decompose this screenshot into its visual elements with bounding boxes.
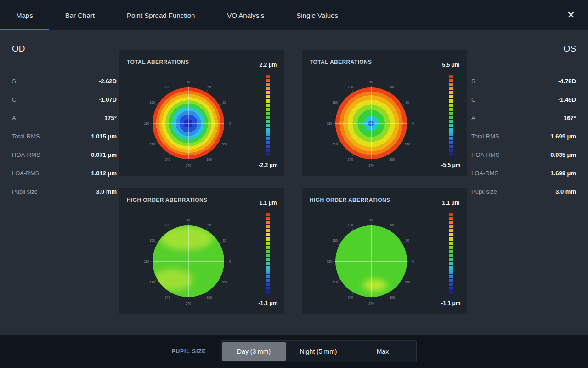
svg-text:180: 180 [327,122,332,125]
svg-text:0: 0 [229,260,231,263]
os-eye-title: OS [471,43,576,54]
stat-label: Pupil size [471,188,497,195]
svg-text:270: 270 [368,302,374,305]
tab-vo-analysis[interactable]: VO Analysis [211,0,280,30]
tab-strip: Maps Bar Chart Point Spread Function VO … [0,0,354,30]
stat-label: LOA-RMS [12,170,39,177]
stat-label: Total-RMS [12,133,40,140]
stat-value: 3.0 mm [96,188,117,195]
stat-value: -1.07D [99,96,117,103]
svg-text:330: 330 [405,281,410,284]
pupil-option-max[interactable]: Max [351,342,415,361]
scale-max-label: 1.1 μm [259,200,277,206]
map-title: HIGH ORDER ABERRATIONS [310,197,390,203]
svg-text:30: 30 [223,239,226,242]
svg-text:240: 240 [165,296,170,299]
scale-max-label: 1.1 μm [442,200,459,206]
scale-max-label: 5.5 μm [442,62,459,68]
stat-value: 1.015 μm [91,133,117,140]
tab-maps[interactable]: Maps [0,0,49,30]
svg-text:150: 150 [149,239,155,242]
od-eye-title: OD [12,43,117,54]
svg-text:30: 30 [406,239,409,242]
close-icon[interactable]: ✕ [561,6,581,25]
svg-text:240: 240 [165,158,170,161]
tab-bar-chart[interactable]: Bar Chart [49,0,111,30]
svg-text:120: 120 [348,224,353,227]
od-stat-hoa-rms: HOA-RMS 0.071 μm [12,145,117,164]
od-hoa-scale-column: 1.1 μm -1.1 μm [252,188,284,314]
svg-text:270: 270 [186,164,191,167]
stat-value: 175° [104,115,117,121]
tab-vo-analysis-label: VO Analysis [227,12,264,19]
os-high-order-aberrations-map: 0306090120150180210240270300330 [302,188,435,314]
svg-text:120: 120 [348,86,353,89]
stat-value: 1.699 μm [550,133,576,140]
svg-text:270: 270 [186,302,191,305]
os-stat-loa-rms: LOA-RMS 1.699 μm [471,164,576,182]
svg-text:180: 180 [144,122,149,125]
wavefront-analysis-window: Maps Bar Chart Point Spread Function VO … [0,0,588,368]
stat-label: HOA-RMS [471,151,499,158]
od-stat-pupil-size: Pupil size 3.0 mm [12,182,117,201]
panel-os: TOTAL ABERRATIONS [294,30,588,335]
svg-text:120: 120 [165,86,170,89]
tab-single-values[interactable]: Single Values [280,0,354,30]
svg-text:60: 60 [390,224,394,227]
os-high-order-aberrations-card: HIGH ORDER ABERRATIONS 03060901201501802… [302,188,467,314]
scale-min-label: -2.2 μm [258,162,277,168]
stat-value: 0.071 μm [91,151,117,158]
svg-text:300: 300 [207,158,212,161]
tab-psf-label: Point Spread Function [127,12,195,19]
os-stat-s: S -4.78D [471,72,576,90]
tab-point-spread-function[interactable]: Point Spread Function [111,0,211,30]
map-title: TOTAL ABERRATIONS [127,59,189,65]
stat-label: HOA-RMS [12,151,40,158]
pupil-option-day[interactable]: Day (3 mm) [222,342,286,361]
svg-text:300: 300 [207,296,212,299]
os-total-map-area: TOTAL ABERRATIONS [302,50,435,176]
stat-value: 1.012 μm [91,170,117,177]
color-scale-bar [266,213,270,294]
svg-text:240: 240 [348,158,353,161]
od-total-scale-column: 2.2 μm -2.2 μm [252,50,284,176]
svg-text:300: 300 [390,296,395,299]
svg-text:330: 330 [405,143,410,146]
svg-text:210: 210 [149,143,155,146]
pupil-size-bar: PUPIL SIZE Day (3 mm) Night (5 mm) Max [0,335,588,368]
svg-text:270: 270 [368,164,374,167]
os-total-scale-column: 5.5 μm -5.5 μm [435,50,467,176]
stat-label: LOA-RMS [471,170,498,177]
svg-text:120: 120 [165,224,170,227]
tab-maps-label: Maps [16,12,33,19]
stat-value: -2.62D [99,78,117,85]
scale-min-label: -1.1 μm [441,300,460,306]
pupil-size-label: PUPIL SIZE [171,348,206,355]
od-high-order-aberrations-card: HIGH ORDER ABERRATIONS 03060901201501802… [119,188,284,314]
svg-text:90: 90 [187,218,190,221]
svg-text:180: 180 [327,260,332,263]
od-total-map-area: TOTAL ABERRATIONS [119,50,252,176]
os-stat-hoa-rms: HOA-RMS 0.035 μm [471,145,576,164]
stat-value: 3.0 mm [555,188,576,195]
svg-text:30: 30 [223,101,226,104]
tab-single-values-label: Single Values [296,12,338,19]
svg-text:150: 150 [149,101,155,104]
od-hoa-map-area: HIGH ORDER ABERRATIONS 03060901201501802… [119,188,252,314]
od-stats-block: OD S -2.62D C -1.07D A 175° Total-RMS 1.… [12,43,117,201]
os-stats-block: OS S -4.78D C -1.45D A 167° Total-RMS 1.… [471,43,576,201]
os-total-aberrations-card: TOTAL ABERRATIONS [302,50,467,176]
tab-bar-chart-label: Bar Chart [65,12,95,19]
od-stat-loa-rms: LOA-RMS 1.012 μm [12,164,117,182]
od-stat-a: A 175° [12,109,117,127]
stat-label: C [12,96,16,103]
stat-label: Total-RMS [471,133,499,140]
panel-od: OD S -2.62D C -1.07D A 175° Total-RMS 1.… [0,30,294,335]
stat-value: -4.78D [558,78,576,85]
stat-label: Pupil size [12,188,38,195]
stat-value: 167° [564,115,576,121]
svg-text:240: 240 [348,296,353,299]
svg-text:90: 90 [369,80,373,83]
pupil-option-night[interactable]: Night (5 mm) [286,342,351,361]
svg-text:180: 180 [144,260,149,263]
